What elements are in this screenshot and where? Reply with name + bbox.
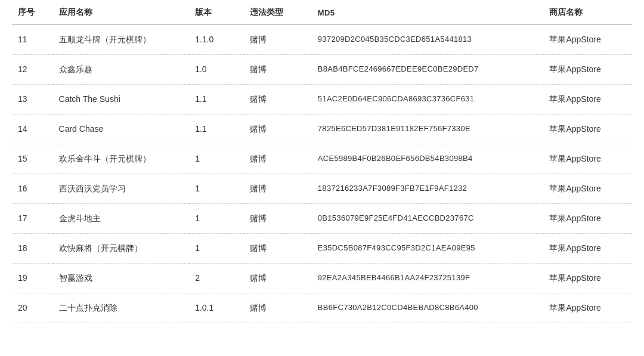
cell-md5: 51AC2E0D64EC906CDA8693C3736CF631: [312, 85, 544, 114]
cell-name: 众鑫乐趣: [53, 55, 190, 85]
table-row: 13Catch The Sushi1.1赌博51AC2E0D64EC906CDA…: [12, 85, 632, 114]
cell-md5: 7825E6CED57D381E91182EF756F7330E: [312, 114, 544, 144]
cell-name: Card Chase: [53, 114, 190, 144]
header-version: 版本: [189, 0, 243, 24]
cell-version: 1: [189, 204, 243, 234]
cell-violation: 赌博: [244, 293, 312, 323]
cell-violation: 赌博: [244, 24, 312, 55]
cell-index: 18: [12, 234, 53, 264]
cell-index: 11: [12, 24, 53, 55]
cell-violation: 赌博: [244, 264, 312, 293]
cell-md5: 1837216233A7F3089F3FB7E1F9AF1232: [312, 174, 544, 204]
cell-index: 16: [12, 174, 53, 204]
cell-violation: 赌博: [244, 204, 312, 234]
cell-md5: 0B1536079E9F25E4FD41AECCBD23767C: [312, 204, 544, 234]
cell-index: 15: [12, 144, 53, 174]
cell-name: 欢快麻将（开元棋牌）: [53, 234, 190, 264]
cell-version: 1.1.0: [189, 24, 243, 55]
cell-version: 2: [189, 264, 243, 293]
cell-index: 20: [12, 293, 53, 323]
header-store: 商店名称: [543, 0, 632, 24]
cell-store: 苹果AppStore: [543, 234, 632, 264]
cell-version: 1: [189, 144, 243, 174]
cell-store: 苹果AppStore: [543, 55, 632, 85]
cell-name: 五顺龙斗牌（开元棋牌）: [53, 24, 190, 55]
cell-name: 二十点扑克消除: [53, 293, 190, 323]
cell-store: 苹果AppStore: [543, 293, 632, 323]
table-row: 19智赢游戏2赌博92EA2A345BEB4466B1AA24F23725139…: [12, 264, 632, 293]
cell-md5: B8AB4BFCE2469667EDEE9EC0BE29DED7: [312, 55, 544, 85]
cell-name: Catch The Sushi: [53, 85, 190, 114]
cell-store: 苹果AppStore: [543, 264, 632, 293]
cell-index: 12: [12, 55, 53, 85]
cell-store: 苹果AppStore: [543, 85, 632, 114]
cell-violation: 赌博: [244, 234, 312, 264]
cell-index: 17: [12, 204, 53, 234]
cell-store: 苹果AppStore: [543, 174, 632, 204]
cell-version: 1.1: [189, 85, 243, 114]
table-row: 11五顺龙斗牌（开元棋牌）1.1.0赌博937209D2C045B35CDC3E…: [12, 24, 632, 55]
table-row: 20二十点扑克消除1.0.1赌博BB6FC730A2B12C0CD4BEBAD8…: [12, 293, 632, 323]
cell-md5: E35DC5B087F493CC95F3D2C1AEA09E95: [312, 234, 544, 264]
cell-index: 13: [12, 85, 53, 114]
cell-violation: 赌博: [244, 114, 312, 144]
cell-md5: 92EA2A345BEB4466B1AA24F23725139F: [312, 264, 544, 293]
cell-version: 1: [189, 174, 243, 204]
cell-name: 智赢游戏: [53, 264, 190, 293]
cell-violation: 赌博: [244, 85, 312, 114]
violations-table: 序号 应用名称 版本 违法类型 MD5 商店名称 11五顺龙斗牌（开元棋牌）1.…: [12, 0, 632, 323]
cell-md5: ACE5989B4F0B26B0EF656DB54B3098B4: [312, 144, 544, 174]
header-violation: 违法类型: [244, 0, 312, 24]
table-row: 18欢快麻将（开元棋牌）1赌博E35DC5B087F493CC95F3D2C1A…: [12, 234, 632, 264]
cell-index: 19: [12, 264, 53, 293]
table-row: 15欢乐金牛斗（开元棋牌）1赌博ACE5989B4F0B26B0EF656DB5…: [12, 144, 632, 174]
cell-name: 西沃西沃党员学习: [53, 174, 190, 204]
cell-violation: 赌博: [244, 144, 312, 174]
cell-name: 金虎斗地主: [53, 204, 190, 234]
cell-version: 1: [189, 234, 243, 264]
header-index: 序号: [12, 0, 53, 24]
table-header-row: 序号 应用名称 版本 违法类型 MD5 商店名称: [12, 0, 632, 24]
cell-store: 苹果AppStore: [543, 144, 632, 174]
header-md5: MD5: [312, 0, 544, 24]
cell-index: 14: [12, 114, 53, 144]
table-row: 17金虎斗地主1赌博0B1536079E9F25E4FD41AECCBD2376…: [12, 204, 632, 234]
cell-store: 苹果AppStore: [543, 24, 632, 55]
table-container: 序号 应用名称 版本 违法类型 MD5 商店名称 11五顺龙斗牌（开元棋牌）1.…: [0, 0, 644, 323]
table-row: 16西沃西沃党员学习1赌博1837216233A7F3089F3FB7E1F9A…: [12, 174, 632, 204]
table-row: 14Card Chase1.1赌博7825E6CED57D381E91182EF…: [12, 114, 632, 144]
cell-store: 苹果AppStore: [543, 204, 632, 234]
cell-violation: 赌博: [244, 55, 312, 85]
table-row: 12众鑫乐趣1.0赌博B8AB4BFCE2469667EDEE9EC0BE29D…: [12, 55, 632, 85]
cell-version: 1.0: [189, 55, 243, 85]
header-name: 应用名称: [53, 0, 190, 24]
cell-md5: 937209D2C045B35CDC3ED651A5441813: [312, 24, 544, 55]
cell-store: 苹果AppStore: [543, 114, 632, 144]
cell-name: 欢乐金牛斗（开元棋牌）: [53, 144, 190, 174]
cell-version: 1.1: [189, 114, 243, 144]
cell-violation: 赌博: [244, 174, 312, 204]
cell-md5: BB6FC730A2B12C0CD4BEBAD8C8B6A400: [312, 293, 544, 323]
cell-version: 1.0.1: [189, 293, 243, 323]
